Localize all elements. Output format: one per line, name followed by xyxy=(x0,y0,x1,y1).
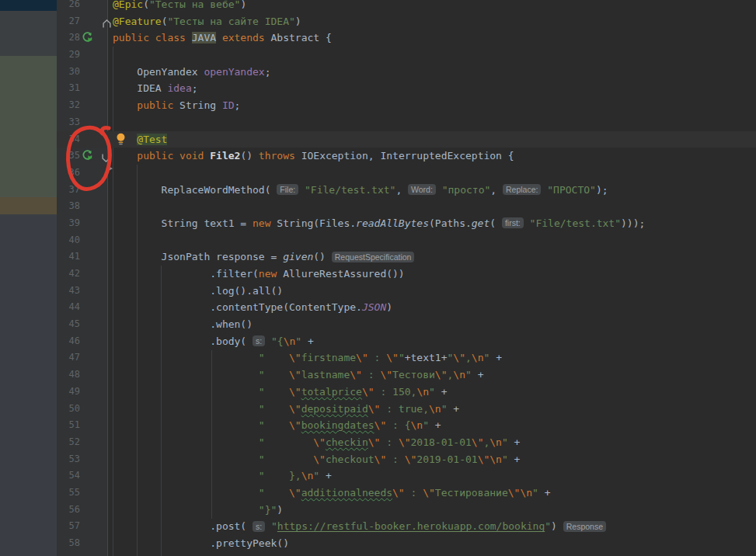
gutter-cell[interactable]: 44 xyxy=(57,299,108,316)
gutter-cell[interactable]: 39 xyxy=(57,215,108,232)
code-text: public void File2() throws IOException, … xyxy=(108,148,756,165)
code-line-52[interactable]: 52 " \"checkin\" : \"2018-01-01\",\n" + xyxy=(57,434,756,451)
gutter-cell[interactable]: 28 xyxy=(57,30,108,47)
panel-block-panel-green xyxy=(0,56,57,197)
code-text: " \"bookingdates\" : {\n" + xyxy=(108,417,756,434)
code-line-30[interactable]: 30 OpenYandex openYandex; xyxy=(57,64,756,81)
code-line-54[interactable]: 54 " },\n" + xyxy=(57,467,756,485)
code-line-48[interactable]: 48 " \"lastname\" : \"Тестови\",\n" + xyxy=(57,367,756,384)
code-line-44[interactable]: 44 .contentType(ContentType.JSON) xyxy=(57,299,756,316)
gutter-cell[interactable]: 43 xyxy=(57,283,108,300)
code-line-31[interactable]: 31 IDEA idea; xyxy=(57,80,756,97)
code-line-37[interactable]: 37 ReplaceWordMethod( File: "File/test.t… xyxy=(57,182,756,199)
gutter-cell[interactable]: 36 xyxy=(57,165,108,182)
code-text: .filter(new AllureRestAssured()) xyxy=(108,266,756,283)
gutter-cell[interactable]: 26 xyxy=(57,0,108,13)
inlay-hint: s: xyxy=(253,335,265,346)
code-line-39[interactable]: 39 String text1 = new String(Files.readA… xyxy=(57,215,756,232)
run-test-icon[interactable] xyxy=(82,32,93,43)
panel-block-selected-row xyxy=(0,0,57,11)
code-line-53[interactable]: 53 " \"checkout\" : \"2019-01-01\"\n" + xyxy=(57,451,756,468)
gutter-cell[interactable]: 41 xyxy=(57,248,108,266)
gutter-cell[interactable]: 56 xyxy=(57,502,108,519)
gutter-cell[interactable]: 33 xyxy=(57,114,108,131)
inlay-hint: Word: xyxy=(408,184,436,195)
code-line-56[interactable]: 56 "}") xyxy=(57,502,756,519)
gutter-cell[interactable]: 50 xyxy=(57,401,108,418)
gutter-cell[interactable]: 34 xyxy=(57,131,108,148)
project-panel-edge[interactable] xyxy=(0,0,57,556)
line-number: 40 xyxy=(57,232,80,249)
code-line-42[interactable]: 42 .filter(new AllureRestAssured()) xyxy=(57,266,756,283)
code-line-46[interactable]: 46 .body( s: "{\n" + xyxy=(57,333,756,350)
gutter-cell[interactable]: 45 xyxy=(57,316,108,333)
gutter-cell[interactable]: 57 xyxy=(57,518,108,535)
line-number: 28 xyxy=(57,30,80,47)
line-number: 26 xyxy=(57,0,80,13)
gutter-cell[interactable]: 37 xyxy=(57,182,108,199)
code-line-47[interactable]: 47 " \"firstname\" : \""+text1+"\",\n" + xyxy=(57,349,756,367)
code-line-29[interactable]: 29 xyxy=(57,47,756,64)
gutter-cell[interactable]: 53 xyxy=(57,451,108,468)
code-line-55[interactable]: 55 " \"additionalneeds\" : \"Тестировани… xyxy=(57,485,756,502)
code-line-49[interactable]: 49 " \"totalprice\" : 150,\n" + xyxy=(57,384,756,401)
code-line-57[interactable]: 57 .post( s: "https://restful-booker.her… xyxy=(57,518,756,535)
code-line-58[interactable]: 58 .prettyPeek() xyxy=(57,535,756,552)
line-number: 58 xyxy=(57,535,80,552)
gutter-cell[interactable]: 55 xyxy=(57,485,108,502)
code-text xyxy=(108,232,756,249)
gutter-cell[interactable]: 35 xyxy=(57,148,108,165)
line-number: 42 xyxy=(57,266,80,283)
gutter-cell[interactable]: 47 xyxy=(57,349,108,367)
code-text: " \"checkin\" : \"2018-01-01\",\n" + xyxy=(108,434,756,451)
gutter-cell[interactable]: 30 xyxy=(57,64,108,81)
code-text: " \"lastname\" : \"Тестови\",\n" + xyxy=(108,367,756,384)
code-text: .contentType(ContentType.JSON) xyxy=(108,299,756,316)
code-line-33[interactable]: 33 xyxy=(57,114,756,131)
line-number: 32 xyxy=(57,97,80,114)
code-line-27[interactable]: 27@Feature("Тесты на сайте IDEA") xyxy=(57,13,756,30)
code-text: @Feature("Тесты на сайте IDEA") xyxy=(108,13,756,30)
gutter-cell[interactable]: 29 xyxy=(57,47,108,64)
gutter-cell[interactable]: 38 xyxy=(57,198,108,215)
gutter-cell[interactable]: 40 xyxy=(57,232,108,249)
gutter-cell[interactable]: 58 xyxy=(57,535,108,552)
code-line-51[interactable]: 51 " \"bookingdates\" : {\n" + xyxy=(57,417,756,434)
code-line-50[interactable]: 50 " \"depositpaid\" : true,\n" + xyxy=(57,401,756,418)
line-number: 41 xyxy=(57,248,80,266)
code-line-26[interactable]: 26@Epic("Тесты на вебе") xyxy=(57,0,756,13)
gutter-cell[interactable]: 48 xyxy=(57,367,108,384)
gutter-cell[interactable]: 42 xyxy=(57,266,108,283)
line-number: 34 xyxy=(57,131,80,148)
code-editor[interactable]: 26@Epic("Тесты на вебе")27@Feature("Тест… xyxy=(57,0,756,556)
code-text: .when() xyxy=(108,316,756,333)
gutter-cell[interactable]: 54 xyxy=(57,467,108,485)
gutter-cell[interactable]: 27 xyxy=(57,13,108,30)
inlay-hint: Replace: xyxy=(503,184,541,195)
code-line-36[interactable]: 36 xyxy=(57,165,756,182)
code-line-38[interactable]: 38 xyxy=(57,198,756,215)
gutter-cell[interactable]: 52 xyxy=(57,434,108,451)
code-line-28[interactable]: 28public class JAVA extends Abstract { xyxy=(57,30,756,47)
line-number: 51 xyxy=(57,417,80,434)
line-number: 56 xyxy=(57,502,80,519)
gutter-cell[interactable]: 31 xyxy=(57,80,108,97)
panel-block-panel-brown xyxy=(0,197,57,214)
gutter-cell[interactable]: 49 xyxy=(57,384,108,401)
gutter-cell[interactable]: 32 xyxy=(57,97,108,114)
code-line-45[interactable]: 45 .when() xyxy=(57,316,756,333)
line-number: 31 xyxy=(57,80,80,97)
line-number: 46 xyxy=(57,333,80,350)
line-number: 43 xyxy=(57,283,80,300)
gutter-cell[interactable]: 46 xyxy=(57,333,108,350)
gutter-cell[interactable]: 51 xyxy=(57,417,108,434)
code-text: String text1 = new String(Files.readAllB… xyxy=(108,215,756,232)
code-line-35[interactable]: 35 public void File2() throws IOExceptio… xyxy=(57,148,756,165)
code-line-40[interactable]: 40 xyxy=(57,232,756,249)
code-line-43[interactable]: 43 .log().all() xyxy=(57,283,756,300)
code-line-32[interactable]: 32 public String ID; xyxy=(57,97,756,114)
line-number: 38 xyxy=(57,198,80,215)
run-test-icon[interactable] xyxy=(82,150,93,162)
code-line-41[interactable]: 41 JsonPath response = given() RequestSp… xyxy=(57,248,756,266)
code-line-34[interactable]: 34 @Test xyxy=(57,131,756,148)
